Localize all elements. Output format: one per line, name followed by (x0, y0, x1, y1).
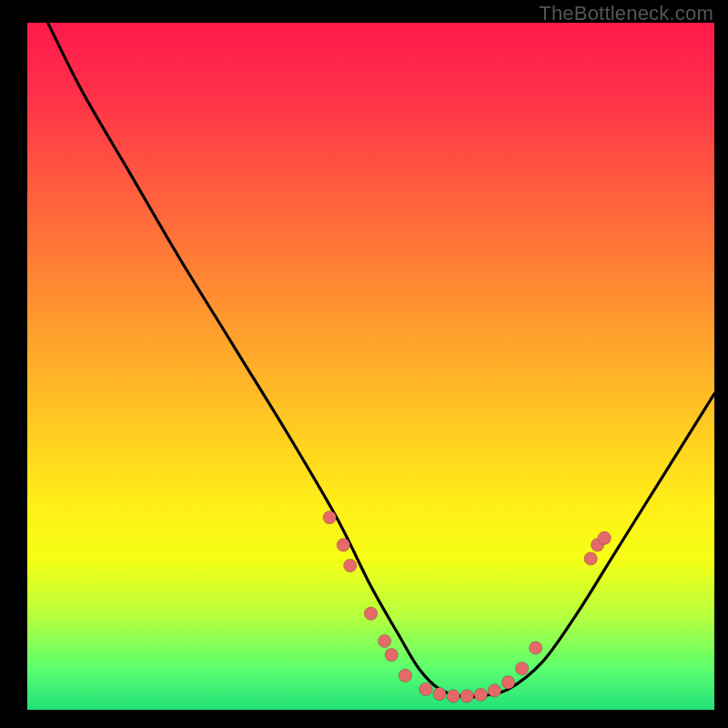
bottleneck-marker (530, 642, 542, 654)
bottleneck-marker (515, 662, 528, 675)
bottleneck-marker (501, 676, 514, 689)
bottleneck-marker (378, 634, 390, 647)
bottleneck-marker (598, 531, 611, 544)
bottleneck-marker (344, 559, 357, 571)
bottleneck-marker (460, 690, 473, 703)
bottleneck-marker (420, 682, 432, 695)
bottleneck-chart (27, 23, 714, 710)
bottleneck-marker (399, 669, 411, 682)
bottleneck-curve-markers (323, 511, 611, 703)
chart-background-gradient (27, 23, 714, 710)
bottleneck-marker (433, 687, 446, 700)
bottleneck-marker (364, 607, 377, 620)
bottleneck-marker (474, 688, 487, 701)
bottleneck-marker (337, 539, 349, 551)
bottleneck-marker (385, 648, 398, 661)
bottleneck-marker (584, 552, 597, 565)
bottleneck-marker (323, 511, 336, 523)
bottleneck-marker (488, 684, 500, 697)
bottleneck-curve-line (48, 23, 714, 697)
bottleneck-marker (447, 690, 460, 703)
chart-frame (14, 23, 714, 723)
